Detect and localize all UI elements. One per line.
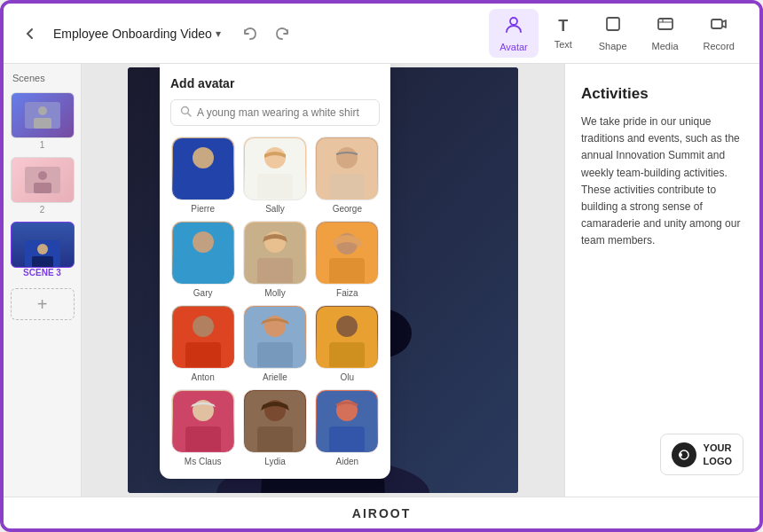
svg-point-25 [336,147,358,168]
record-icon [710,15,728,37]
svg-rect-1 [607,18,619,30]
avatar-faiza[interactable]: Faiza [315,221,380,298]
avatar-anton-name: Anton [192,372,215,382]
svg-rect-2 [658,19,673,29]
back-button[interactable] [18,21,43,46]
avatar-faiza-name: Faiza [336,288,358,298]
add-scene-button[interactable]: + [11,288,75,320]
scene-3-label: SCENE 3 [11,268,75,278]
svg-rect-35 [329,258,365,283]
toolbar-media-label: Media [652,41,679,51]
svg-line-16 [188,113,192,117]
svg-point-10 [38,171,47,180]
media-icon [657,15,674,37]
logo-box: YOURLOGO [660,434,743,475]
scene-1-num: 1 [11,140,75,150]
avatar-sally-name: Sally [265,204,285,214]
toolbar-media[interactable]: Media [641,10,689,57]
svg-point-13 [37,244,48,254]
toolbar-record[interactable]: Record [693,10,745,57]
svg-rect-23 [257,174,293,199]
scene-2-thumb[interactable]: 2 [11,157,75,215]
avatar-msclaus-name: Ms Claus [185,457,222,466]
avatar-olu-name: Olu [341,372,355,382]
search-box[interactable] [170,99,380,126]
logo-circle [672,442,696,467]
avatar-arielle-name: Arielle [263,372,287,382]
redo-button[interactable] [270,21,295,46]
avatar-gary[interactable]: Gary [170,221,235,298]
svg-rect-50 [257,426,293,451]
toolbar: Avatar T Text Shape Media [489,9,745,58]
svg-rect-53 [329,426,365,451]
toolbar-shape-label: Shape [599,41,627,51]
svg-point-43 [336,316,358,337]
scenes-label: Scenes [9,73,75,83]
avatar-lydia-name: Lydia [264,457,286,466]
svg-rect-29 [185,258,221,283]
scene-2-num: 2 [11,205,75,215]
svg-point-7 [38,106,47,115]
avatar-msclaus[interactable]: Ms Claus [170,389,235,466]
activities-title: Activities [581,85,743,103]
avatar-grid: Pierre Sally George [170,137,380,466]
avatar-aiden-name: Aiden [336,457,359,466]
toolbar-avatar[interactable]: Avatar [489,9,539,58]
svg-rect-38 [185,342,221,367]
scenes-panel: Scenes 1 2 SCENE 3 [4,64,82,497]
svg-rect-11 [34,183,51,193]
bottom-bar: AIROOT [4,497,759,528]
avatar-anton[interactable]: Anton [170,305,235,382]
svg-rect-44 [329,342,365,367]
avatar-pierre[interactable]: Pierre [170,137,235,214]
title-chevron-icon[interactable]: ▾ [216,27,221,40]
logo-text: YOURLOGO [704,442,732,467]
svg-point-0 [510,18,517,25]
toolbar-avatar-label: Avatar [499,42,528,52]
scene-1-thumb[interactable]: 1 [11,92,75,150]
toolbar-record-label: Record [704,41,735,51]
svg-rect-19 [185,174,221,199]
svg-rect-14 [32,256,53,267]
avatar-molly-name: Molly [264,288,285,298]
avatar-panel-title: Add avatar [170,76,380,90]
avatar-search-input[interactable] [197,106,370,119]
right-panel: Activities We take pride in our unique t… [564,64,759,497]
project-title: Employee Onboarding Video [53,27,212,41]
main-area: Scenes 1 2 SCENE 3 [4,64,759,497]
text-icon: T [558,17,568,35]
svg-rect-47 [185,426,221,451]
avatar-arielle[interactable]: Arielle [242,305,307,382]
avatar-molly[interactable]: Molly [242,221,307,298]
undo-button[interactable] [238,21,263,46]
search-icon [180,106,192,120]
activities-text: We take pride in our unique traditions a… [581,113,743,250]
avatar-olu[interactable]: Olu [315,305,380,382]
avatar-icon [504,14,523,38]
avatar-gary-name: Gary [193,288,213,298]
avatar-aiden[interactable]: Aiden [315,389,380,466]
avatar-pierre-name: Pierre [191,204,215,214]
avatar-lydia[interactable]: Lydia [242,389,307,466]
svg-rect-26 [329,174,365,199]
svg-point-70 [676,447,692,463]
svg-rect-32 [257,258,293,283]
canvas-area: Add avatar Pierre [82,64,564,497]
undo-redo-group [238,21,295,46]
toolbar-shape[interactable]: Shape [588,10,638,57]
avatar-sally[interactable]: Sally [242,137,307,214]
svg-point-72 [679,453,682,457]
svg-rect-41 [257,342,293,367]
svg-point-37 [193,316,214,337]
svg-point-22 [264,147,286,168]
shape-icon [604,15,622,37]
avatar-george-name: George [333,204,362,214]
svg-point-28 [193,231,214,253]
brand-label: AIROOT [352,506,411,520]
svg-rect-8 [34,118,51,129]
toolbar-text-label: Text [555,39,572,50]
toolbar-text[interactable]: T Text [542,12,585,55]
svg-rect-5 [712,20,722,28]
avatar-george[interactable]: George [315,137,380,214]
scene-3-thumb[interactable]: SCENE 3 [11,222,75,278]
